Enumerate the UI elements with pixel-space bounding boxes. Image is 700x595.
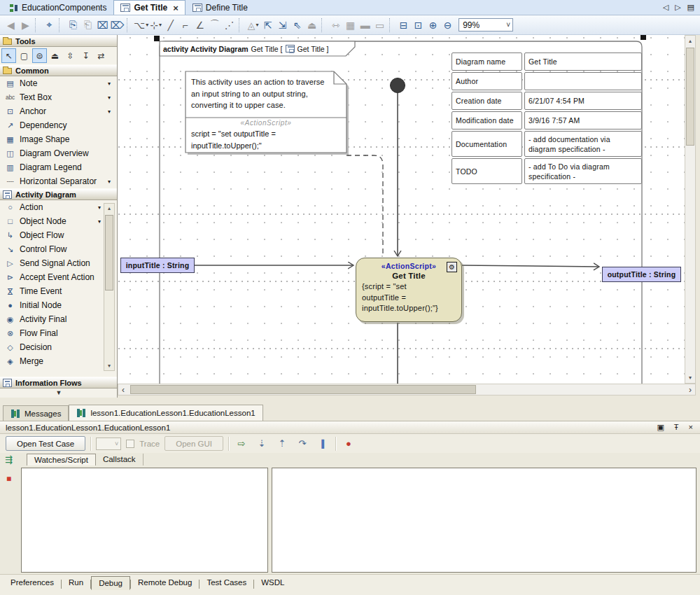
info-value-cell[interactable]: - add To Do via diagram specification - (524, 158, 642, 184)
palette-item-diagram-overview[interactable]: ◫Diagram Overview (0, 146, 117, 160)
chevron-down-icon[interactable]: ▾ (108, 178, 111, 185)
palette-section-common[interactable]: Common (0, 64, 117, 76)
tab-run[interactable]: Run (62, 576, 90, 589)
script-output-panel[interactable] (272, 468, 696, 573)
make-same-size-button[interactable]: ⇿ (328, 18, 343, 33)
info-label-cell[interactable]: TODO (451, 158, 522, 184)
palette-item-flow-final[interactable]: ⊗Flow Final (0, 326, 104, 340)
scroll-up-icon[interactable]: ▴ (108, 205, 111, 211)
open-test-case-button[interactable]: Open Test Case (6, 436, 85, 451)
stamp-mode-button[interactable]: ⏏ (304, 18, 319, 33)
tab-messages[interactable]: Messages (3, 405, 69, 421)
tab-education-components[interactable]: EducationComponents (2, 0, 113, 15)
show-grid-button[interactable]: ▦ (343, 18, 358, 33)
info-label-cell[interactable]: Creation date (451, 92, 522, 110)
info-label-cell[interactable]: Diagram name (451, 52, 522, 71)
tab-remote-debug[interactable]: Remote Debug (131, 576, 199, 589)
chevron-down-icon[interactable]: ▾ (98, 218, 101, 225)
palette-section-tools[interactable]: Tools (0, 35, 117, 47)
palette-item-time-event[interactable]: ⋈Time Event (0, 284, 104, 298)
tab-debug[interactable]: Debug (91, 576, 130, 590)
bent-path-button[interactable]: ∠ (192, 18, 207, 33)
refresh-diagram-button[interactable]: ⇲ (275, 18, 290, 33)
palette-item-object-node[interactable]: □Object Node▾ (0, 214, 104, 228)
breakpoint-icon[interactable]: ■ (6, 474, 11, 484)
action-node-get-title[interactable]: «ActionScript» ⚙ Get Title {script = "se… (356, 258, 462, 322)
pause-button[interactable]: ∥ (315, 438, 330, 449)
curved-path-button[interactable]: ⌒ (207, 18, 222, 33)
resume-button[interactable]: ⇨ (234, 438, 249, 449)
delete-button[interactable]: ⌧ (95, 18, 110, 33)
session-combobox[interactable]: ˅ (96, 438, 121, 450)
zoom-1-1-button[interactable]: ⊡ (411, 18, 426, 33)
tab-callstack[interactable]: Callstack (96, 454, 144, 465)
chevron-down-icon[interactable]: ▾ (108, 94, 111, 101)
close-tab-icon[interactable]: × (173, 3, 178, 13)
custom-path-button[interactable]: ⋰ (222, 18, 237, 33)
anchor-link[interactable] (346, 155, 383, 256)
link-tool-button[interactable]: ⊜ (32, 48, 47, 63)
diagram-info-table[interactable]: Diagram name Get Title Author Creation d… (451, 52, 642, 186)
palette-scrollbar-thumb[interactable] (105, 215, 113, 290)
zoom-out-button[interactable]: ⊖ (440, 18, 455, 33)
scroll-up-icon[interactable]: ▴ (689, 38, 692, 44)
zoom-level-combobox[interactable]: 99% ˅ (458, 18, 513, 31)
input-pin[interactable]: inputTitle : String (120, 258, 195, 273)
tab-get-title[interactable]: Get Title × (113, 0, 185, 15)
palette-item-text-box[interactable]: abcText Box▾ (0, 90, 117, 104)
scroll-left-icon[interactable]: ‹ (122, 385, 125, 395)
palette-item-object-flow[interactable]: ↳Object Flow (0, 228, 104, 242)
image-mode-dark-button[interactable]: ▬ (358, 18, 372, 33)
info-value-cell[interactable]: Get Title (524, 52, 642, 71)
auto-watch-icon[interactable]: ⇶ (5, 454, 13, 465)
gear-icon[interactable]: ⚙ (447, 262, 457, 272)
rectilinear-path-button[interactable]: ⌐ (178, 18, 192, 33)
diagram-list-icon[interactable]: ▤ (687, 3, 694, 12)
palette-section-information-flows[interactable]: Information Flows (0, 377, 118, 388)
selection-handle[interactable] (154, 36, 160, 41)
image-mode-light-button[interactable]: ▭ (372, 18, 387, 33)
selection-handle[interactable] (640, 35, 646, 40)
info-value-cell[interactable] (524, 72, 642, 90)
stamp-tool-button[interactable]: ⏏ (48, 48, 62, 63)
compress-tool-button[interactable]: ↧ (78, 48, 93, 63)
info-label-cell[interactable]: Modification date (451, 111, 522, 130)
note-comment[interactable]: This activity uses an action to traverse… (186, 71, 346, 153)
palette-item-note[interactable]: ▤Note▾ (0, 76, 117, 90)
scroll-down-icon[interactable]: ▾ (689, 374, 692, 381)
copy-button[interactable]: ⎘ (66, 18, 80, 33)
show-related-elements-button[interactable]: ◬▾ (246, 18, 260, 33)
close-window-icon[interactable]: × (689, 423, 693, 432)
info-value-cell[interactable]: 6/21/07 4:54 PM (524, 92, 642, 110)
back-button[interactable]: ◀ (4, 18, 18, 33)
initial-node[interactable] (391, 78, 405, 93)
zoom-in-button[interactable]: ⊕ (426, 18, 440, 33)
paste-button[interactable]: ⎗ (80, 18, 95, 33)
quick-layout-button[interactable]: ⊹▾ (148, 18, 163, 33)
palette-item-send-signal-action[interactable]: ▷Send Signal Action (0, 256, 104, 270)
palette-collapse-icon[interactable]: ▼ (0, 389, 118, 396)
chevron-down-icon[interactable]: ▾ (108, 80, 111, 87)
scroll-down-icon[interactable]: ▾ (108, 363, 111, 369)
palette-item-anchor[interactable]: ⊡Anchor▾ (0, 104, 117, 118)
tab-lesson-session[interactable]: lesson1.EducationLesson1.EducationLesson… (69, 405, 262, 421)
redirect-flow-tool-button[interactable]: ⇄ (94, 48, 108, 63)
info-value-cell[interactable]: 3/9/16 7:57 AM (524, 111, 642, 130)
forward-button[interactable]: ▶ (18, 18, 33, 33)
next-diagram-icon[interactable]: ▷ (675, 3, 680, 12)
info-label-cell[interactable]: Author (451, 72, 522, 90)
output-pin[interactable]: outputTitle : String (602, 267, 681, 282)
vertical-scrollbar-thumb[interactable] (686, 48, 694, 146)
palette-item-diagram-legend[interactable]: ▥Diagram Legend (0, 160, 117, 174)
tab-watches-script[interactable]: Watches/Script (27, 454, 96, 465)
object-flow-output[interactable] (462, 265, 599, 267)
previous-diagram-icon[interactable]: ◁ (663, 3, 668, 12)
palette-item-accept-event-action[interactable]: ⊳Accept Event Action (0, 270, 104, 284)
add-to-diagram-button[interactable]: ⇱ (260, 18, 275, 33)
oblique-path-button[interactable]: ╱ (163, 18, 178, 33)
tab-test-cases[interactable]: Test Cases (200, 576, 253, 589)
layout-hierarchic-button[interactable]: ⌥▾ (134, 18, 148, 33)
info-value-cell[interactable]: - add documentation via diagram specific… (524, 131, 642, 157)
vertical-spacing-tool-button[interactable]: ⇳ (63, 48, 78, 63)
step-into-button[interactable]: ⇣ (254, 438, 270, 449)
